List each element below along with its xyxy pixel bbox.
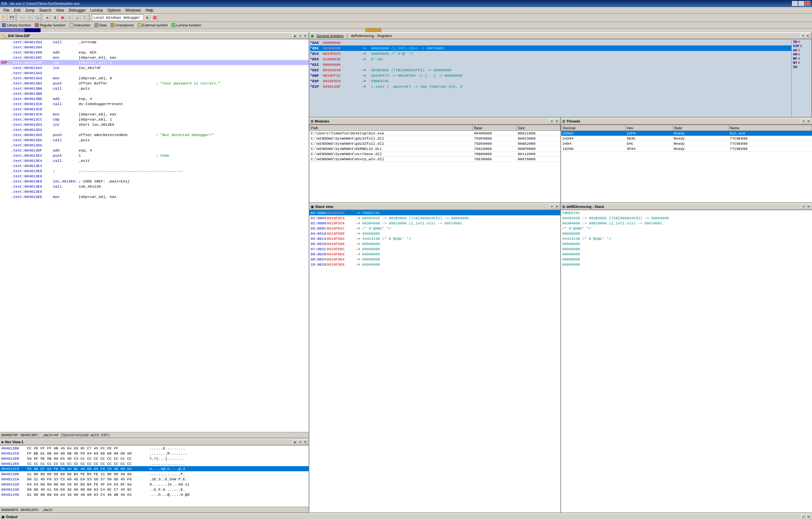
code-line[interactable]: .text:004013DFadd esp, 4: [0, 148, 309, 153]
code-line[interactable]: .text:004013E9call sub_401120: [0, 184, 309, 189]
deref-stack-row[interactable]: 00000000: [561, 251, 812, 256]
code-line[interactable]: .text:004013BDadd esp, 4: [0, 96, 309, 101]
reg-float[interactable]: ↗: [801, 33, 805, 38]
menu-item-windows[interactable]: Windows: [123, 7, 143, 13]
menu-item-debugger[interactable]: Debugger: [67, 7, 88, 13]
register-row[interactable]: *ESI 00000000: [310, 62, 791, 67]
hex-view-close[interactable]: ✕: [303, 440, 308, 444]
stack-row[interactable]: 04:00100019FDD0 -> 00000000: [309, 231, 560, 236]
toolbar-pause[interactable]: ⏸: [52, 14, 59, 21]
stack-row[interactable]: 02:00080019FDC8 -> 003B4000 -> 00010000 …: [309, 220, 560, 226]
hex-row[interactable]: 004012B0FC FE FF FF 8B 45 E4 E8 0C C7 45…: [0, 445, 309, 450]
code-line[interactable]: .text:004013EEmov [ebp+var_A8], eax: [0, 194, 309, 199]
deref-stack-row[interactable]: 00402639 -> 003B36E8 (TIB[00002AF0]) -> …: [561, 215, 812, 220]
toolbar-back[interactable]: ←: [19, 14, 26, 21]
modules-row[interactable]: C:\Users\TiAmoToo\Desktop\bin.exe0040000…: [310, 131, 560, 136]
menu-item-edit[interactable]: Edit: [12, 7, 23, 13]
ida-view-scroll-up[interactable]: ▲: [293, 33, 297, 38]
modules-row[interactable]: C:\WINDOWS\SysWOW64\ucrtbase.dll76B80000…: [310, 152, 560, 157]
code-line[interactable]: .text:004013C6mov [ebp+var_A8], eax: [0, 112, 309, 117]
toolbar-fwd[interactable]: →: [26, 14, 33, 21]
hex-row[interactable]: 004012F055 8B EC 6A FE 68 40 BC 40 00 68…: [0, 466, 309, 471]
threads-float[interactable]: ↗: [801, 119, 806, 124]
code-line[interactable]: .text:004013B8: [0, 91, 309, 96]
hex-row[interactable]: 00401300A1 00 00 00 00 00 00 B4 FE B4 FE…: [0, 471, 309, 476]
reg-content[interactable]: *EAX 00000000*EBX 003B4000 -> 00010000 (…: [309, 39, 811, 117]
code-line[interactable]: .text:004013DAcall _puts: [0, 137, 309, 142]
code-line[interactable]: .text:004013B8call _puts: [0, 86, 309, 91]
code-line[interactable]: .text:004013DA: [0, 142, 309, 148]
threads-close[interactable]: ✕: [806, 119, 811, 124]
threads-row[interactable]: 162603F84Ready77C9E890: [561, 146, 812, 152]
toolbar-step-into[interactable]: ↘: [74, 14, 81, 21]
code-line[interactable]: .text:00401394: [0, 45, 309, 50]
menu-item-view[interactable]: View: [54, 7, 66, 13]
hex-row[interactable]: 004012D059 5F 5E 5B 88 E5 5D C3 CC CC CC…: [0, 456, 309, 461]
toolbar-detach[interactable]: ⛔: [151, 14, 158, 21]
toolbar-attach[interactable]: ⚙: [144, 14, 151, 21]
stack-row[interactable]: 06:00180019FDD8 -> 00000000: [309, 241, 560, 246]
menu-item-file[interactable]: File: [1, 7, 11, 13]
stack-content[interactable]: 00:00000019FDC0 -> FB0E07AC01:00040019FD…: [309, 210, 560, 513]
deref-stack-content[interactable]: FB0E07AC00402639 -> 003B36E8 (TIB[00002A…: [561, 210, 812, 513]
modules-close[interactable]: ✕: [555, 119, 559, 124]
stack-row[interactable]: 09:00240019FDE4 -> 00000000: [309, 256, 560, 262]
code-line[interactable]: .text:00401394call _strncmp: [0, 39, 309, 45]
deref-stack-row[interactable]: 00000000: [561, 246, 812, 251]
title-controls[interactable]: _ □ ✕: [792, 1, 811, 6]
modules-row[interactable]: C:\WINDOWS\SysWOW64\gdi32full.dll759F000…: [310, 136, 560, 141]
register-row[interactable]: *EDX 6168002E -> b'.ha': [310, 56, 791, 62]
hex-view-float[interactable]: ↗: [298, 440, 302, 444]
menu-item-jump[interactable]: Jump: [23, 7, 36, 13]
menu-item-help[interactable]: Help: [143, 7, 155, 13]
stack-row[interactable]: 00:00000019FDC0 -> FB0E07AC: [309, 210, 560, 215]
hex-row[interactable]: 0040131000 31 45 F8 33 C5 89 45 E4 53 56…: [0, 476, 309, 482]
toolbar-save[interactable]: 💾: [8, 14, 15, 21]
register-row[interactable]: *EIP 0040139F -> (.text | _main+AF) -> c…: [310, 84, 791, 89]
stack-row[interactable]: 08:00200019FDE0 -> 00000000: [309, 251, 560, 256]
deref-stack-row[interactable]: 00000000: [561, 231, 812, 236]
deref-stack-row[interactable]: /* b'@ABC' */: [561, 226, 812, 231]
code-line[interactable]: .text:004013B3push offset Buffer; "Your …: [0, 81, 309, 86]
code-line[interactable]: .text:004013D3jnz short loc_4013E9: [0, 122, 309, 127]
code-line[interactable]: .text:004013E9; ------------------------…: [0, 168, 309, 173]
threads-row[interactable]: 109922AF0Readybin.exe: [561, 131, 812, 136]
code-line[interactable]: .text:004013D5push offset aButDetectedDe…: [0, 132, 309, 137]
ida-view-float[interactable]: ↗: [298, 33, 302, 38]
hex-view-scroll-up[interactable]: ▲: [293, 440, 297, 444]
toolbar-run[interactable]: ▶: [44, 14, 51, 21]
reg-tab-general[interactable]: General registers: [316, 34, 344, 38]
hex-row[interactable]: 0040134001 00 00 00 68 A4 10 00 40 00 83…: [0, 492, 309, 497]
debugger-dropdown[interactable]: Local Windows debugger: [92, 15, 143, 21]
code-line[interactable]: .text:004013A3: [0, 70, 309, 76]
modules-float[interactable]: ↗: [549, 119, 554, 124]
modules-row[interactable]: C:\WINDOWS\SysWOW64\msvcp_win.dll76E3000…: [310, 157, 560, 162]
stack-float[interactable]: ↗: [549, 204, 554, 209]
menu-item-search[interactable]: Search: [37, 7, 53, 13]
toolbar-step-out[interactable]: ↑: [81, 14, 88, 21]
code-line[interactable]: .text:004013E2push 1; Code: [0, 153, 309, 158]
deref-stack-row[interactable]: 00000000: [561, 262, 812, 267]
code-line[interactable]: .text:004013C0: [0, 106, 309, 112]
stack-close[interactable]: ✕: [555, 204, 559, 209]
menu-item-lumina[interactable]: Lumina: [88, 7, 105, 13]
ida-view-close[interactable]: ✕: [303, 33, 308, 38]
code-line[interactable]: .text:0040139Cmov [ebp+var_64], eax: [0, 55, 309, 60]
register-row[interactable]: *EAX 00000000: [310, 40, 791, 46]
deref-stack-row[interactable]: FB0E07AC: [561, 210, 812, 215]
hex-row[interactable]: 004012E0CC CC CC CC CC CC CC CC CC CC CC…: [0, 461, 309, 466]
toolbar-step-over[interactable]: ↓: [66, 14, 74, 21]
stack-row[interactable]: 01:00040019FDC4 -> 00402639 -> 003B36E8 …: [309, 215, 560, 220]
code-line[interactable]: .text:004013E9: [0, 173, 309, 179]
register-row[interactable]: *ECX 0019FEC5 -> 00004000 /* b'@' */: [310, 51, 791, 56]
register-row[interactable]: *EDI 00402639 -> 003B36E8 (TIB[00002AF0]…: [310, 67, 791, 73]
stack-row[interactable]: 07:001C0019FDDC -> 00000000: [309, 246, 560, 251]
output-close[interactable]: ✕: [806, 515, 811, 519]
hex-row[interactable]: 0040132064 A3 00 00 00 00 29 65 E8 B4 FE…: [0, 482, 309, 487]
maximize-button[interactable]: □: [799, 1, 804, 6]
modules-table[interactable]: PathBaseSizeC:\Users\TiAmoToo\Desktop\bi…: [309, 125, 560, 202]
register-row[interactable]: *ESP 0019FDC0 -> FB0E07AC: [310, 78, 791, 84]
output-float[interactable]: ↗: [801, 515, 806, 519]
code-line[interactable]: .text:004013C0call ds:IsDebuggerPresent: [0, 101, 309, 106]
code-line[interactable]: .text:004013D3: [0, 127, 309, 132]
